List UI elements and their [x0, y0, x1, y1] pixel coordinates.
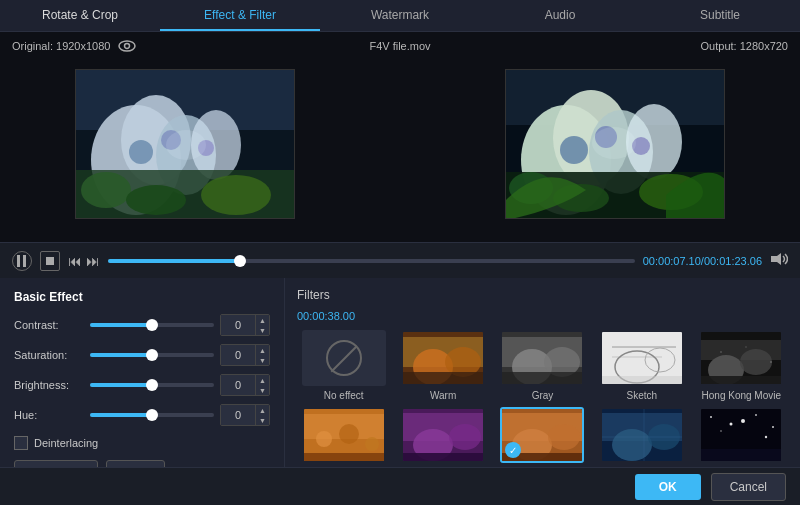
original-size-label: Original: 1920x1080: [12, 40, 136, 52]
volume-icon[interactable]: [770, 252, 788, 269]
brightness-label: Brightness:: [14, 379, 84, 391]
progress-bar[interactable]: [108, 259, 635, 263]
hue-input[interactable]: [221, 405, 255, 425]
brightness-input[interactable]: [221, 375, 255, 395]
filter-grid: No effect Warm: [297, 330, 788, 478]
skip-controls: ⏮ ⏭: [68, 253, 100, 269]
hue-label: Hue:: [14, 409, 84, 421]
next-button[interactable]: ⏭: [86, 253, 100, 269]
filter-timestamp: 00:00:38.00: [297, 310, 788, 322]
svg-point-82: [730, 423, 733, 426]
ok-button[interactable]: OK: [635, 474, 701, 500]
svg-point-11: [201, 175, 271, 215]
svg-point-72: [548, 424, 580, 450]
footer: OK Cancel: [0, 467, 800, 505]
hue-down[interactable]: ▼: [256, 415, 269, 425]
brightness-field[interactable]: ▲ ▼: [220, 374, 270, 396]
svg-point-10: [126, 185, 186, 215]
contrast-down[interactable]: ▼: [256, 325, 269, 335]
saturation-arrows: ▲ ▼: [255, 345, 269, 365]
hue-row: Hue: ▲ ▼: [14, 404, 270, 426]
tab-watermark[interactable]: Watermark: [320, 0, 480, 31]
filter-item-gray[interactable]: Gray: [496, 330, 589, 401]
svg-point-84: [772, 426, 774, 428]
progress-thumb[interactable]: [234, 255, 246, 267]
saturation-slider[interactable]: [90, 353, 214, 357]
hue-up[interactable]: ▲: [256, 405, 269, 415]
svg-rect-68: [403, 453, 485, 463]
file-name: F4V file.mov: [369, 40, 430, 52]
svg-point-61: [339, 424, 359, 444]
svg-point-76: [612, 429, 652, 461]
svg-point-15: [166, 130, 206, 160]
video-previews: [0, 45, 800, 229]
hue-thumb[interactable]: [146, 409, 158, 421]
saturation-label: Saturation:: [14, 349, 84, 361]
contrast-field[interactable]: ▲ ▼: [220, 314, 270, 336]
tab-audio[interactable]: Audio: [480, 0, 640, 31]
filter-label-gray: Gray: [532, 390, 554, 401]
svg-rect-30: [17, 255, 20, 267]
contrast-input[interactable]: [221, 315, 255, 335]
svg-point-83: [755, 414, 757, 416]
basic-effect-title: Basic Effect: [14, 290, 270, 304]
filter-thumb-warm: [401, 330, 485, 386]
svg-rect-49: [602, 376, 684, 386]
svg-point-55: [720, 351, 722, 353]
filter-item-warm[interactable]: Warm: [396, 330, 489, 401]
prev-button[interactable]: ⏮: [68, 253, 82, 269]
playback-bar: ⏮ ⏭ 00:00:07.10/00:01:23.06: [0, 242, 800, 278]
saturation-input[interactable]: [221, 345, 255, 365]
deinterlacing-checkbox[interactable]: [14, 436, 28, 450]
contrast-label: Contrast:: [14, 319, 84, 331]
hue-field[interactable]: ▲ ▼: [220, 404, 270, 426]
play-pause-button[interactable]: [12, 251, 32, 271]
cancel-button[interactable]: Cancel: [711, 473, 786, 501]
brightness-slider[interactable]: [90, 383, 214, 387]
svg-point-85: [720, 430, 722, 432]
brightness-thumb[interactable]: [146, 379, 158, 391]
filter-thumb-hong-kong: [699, 330, 783, 386]
hue-fill: [90, 413, 152, 417]
svg-rect-38: [403, 372, 485, 386]
tab-rotate-crop[interactable]: Rotate & Crop: [0, 0, 160, 31]
tab-bar: Rotate & Crop Effect & Filter Watermark …: [0, 0, 800, 32]
contrast-slider[interactable]: [90, 323, 214, 327]
filter-item-sketch[interactable]: Sketch: [595, 330, 688, 401]
eye-icon[interactable]: [118, 40, 136, 52]
brightness-up[interactable]: ▲: [256, 375, 269, 385]
filters-title: Filters: [297, 288, 788, 302]
time-display: 00:00:07.10/00:01:23.06: [643, 255, 762, 267]
saturation-up[interactable]: ▲: [256, 345, 269, 355]
saturation-thumb[interactable]: [146, 349, 158, 361]
hue-slider[interactable]: [90, 413, 214, 417]
svg-point-29: [592, 127, 636, 159]
svg-rect-31: [23, 255, 26, 267]
saturation-down[interactable]: ▼: [256, 355, 269, 365]
filter-thumb-plain: ✓: [500, 407, 584, 463]
deinterlacing-label: Deinterlacing: [34, 437, 98, 449]
brightness-down[interactable]: ▼: [256, 385, 269, 395]
filter-thumb-stars: [699, 407, 783, 463]
filter-label-no-effect: No effect: [324, 390, 364, 401]
svg-point-12: [129, 140, 153, 164]
svg-point-57: [770, 361, 772, 363]
filter-thumb-no-effect: [302, 330, 386, 386]
preview-video-thumb: [505, 69, 725, 219]
svg-point-86: [765, 436, 767, 438]
stop-button[interactable]: [40, 251, 60, 271]
video-area: Original: 1920x1080 F4V file.mov Output:…: [0, 32, 800, 242]
tab-subtitle[interactable]: Subtitle: [640, 0, 800, 31]
contrast-thumb[interactable]: [146, 319, 158, 331]
tab-effect-filter[interactable]: Effect & Filter: [160, 0, 320, 31]
filter-item-no-effect[interactable]: No effect: [297, 330, 390, 401]
brightness-row: Brightness: ▲ ▼: [14, 374, 270, 396]
contrast-up[interactable]: ▲: [256, 315, 269, 325]
hue-arrows: ▲ ▼: [255, 405, 269, 425]
svg-point-60: [316, 431, 332, 447]
filter-item-hong-kong[interactable]: Hong Kong Movie: [695, 330, 788, 401]
saturation-field[interactable]: ▲ ▼: [220, 344, 270, 366]
contrast-arrows: ▲ ▼: [255, 315, 269, 335]
filter-thumb-sketch: [600, 330, 684, 386]
output-size-label: Output: 1280x720: [701, 40, 788, 52]
